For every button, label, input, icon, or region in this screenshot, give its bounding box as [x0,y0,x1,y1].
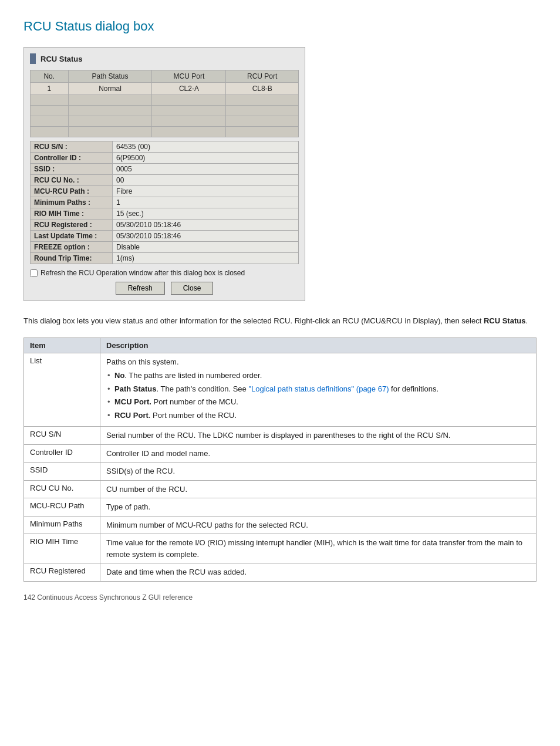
info-value: 05/30/2010 05:18:46 [113,231,299,242]
refresh-checkbox-label: Refresh the RCU Operation window after t… [41,269,245,277]
dialog-buttons: Refresh Close [30,282,299,295]
ref-header-item: Item [24,337,100,353]
ref-desc: CU number of the RCU. [100,480,537,498]
ref-item: RIO MIH Time [24,534,100,563]
ref-desc-intro: Paths on this system. [106,357,179,366]
ref-table-row: Minimum PathsMinimum number of MCU-RCU p… [24,516,537,534]
info-table: RCU S/N :64535 (00)Controller ID :6(P950… [30,141,299,264]
info-row: Last Update Time :05/30/2010 05:18:46 [31,231,299,242]
info-value: 0005 [113,164,299,175]
desc-bold: RCU Status [484,316,526,325]
ref-desc: Minimum number of MCU-RCU paths for the … [100,516,537,534]
ref-desc-text: Controller ID and model name. [106,449,210,458]
ref-desc-text: Date and time when the RCU was added. [106,568,247,576]
cell-no: 1 [31,83,69,95]
info-label: SSID : [31,164,113,175]
info-value: 64535 (00) [113,141,299,153]
ref-table-row: RIO MIH TimeTime value for the remote I/… [24,534,537,563]
page-footer: 142 Continuous Access Synchronous Z GUI … [23,593,537,602]
col-header-no: No. [31,70,69,83]
title-indicator [30,53,36,64]
refresh-button[interactable]: Refresh [116,282,165,295]
table-row-empty [31,95,299,106]
ref-table-row: RCU S/NSerial number of the RCU. The LDK… [24,427,537,445]
info-label: Minimum Paths : [31,197,113,208]
list-item: RCU Port. Port number of the RCU. [106,410,530,421]
info-value: 00 [113,175,299,186]
info-label: Last Update Time : [31,231,113,242]
info-row: MCU-RCU Path :Fibre [31,186,299,197]
ref-desc-text: Minimum number of MCU-RCU paths for the … [106,521,308,529]
ref-item: Minimum Paths [24,516,100,534]
table-row-empty [31,116,299,127]
ref-table-row: Controller IDController ID and model nam… [24,444,537,463]
ref-desc-text: CU number of the RCU. [106,485,187,494]
ref-header-desc: Description [100,337,537,353]
info-label: RCU Registered : [31,220,113,231]
refresh-checkbox-row: Refresh the RCU Operation window after t… [30,269,299,277]
reference-table: Item Description ListPaths on this syste… [23,337,537,582]
info-row: SSID :0005 [31,164,299,175]
info-label: Controller ID : [31,153,113,164]
list-item: MCU Port. Port number of the MCU. [106,396,530,408]
info-label: RIO MIH Time : [31,208,113,220]
info-label: MCU-RCU Path : [31,186,113,197]
ref-desc: SSID(s) of the RCU. [100,463,537,481]
ref-desc-text: Time value for the remote I/O (RIO) miss… [106,538,522,559]
desc-text1: This dialog box lets you view status and… [23,316,484,325]
table-row: 1 Normal CL2-A CL8-B [31,83,299,95]
path-table: No. Path Status MCU Port RCU Port 1 Norm… [30,70,299,137]
close-button[interactable]: Close [171,282,214,295]
ref-desc-text: Serial number of the RCU. The LDKC numbe… [106,431,451,440]
ref-desc-text: SSID(s) of the RCU. [106,467,175,475]
info-value: 15 (sec.) [113,208,299,220]
info-value: 1(ms) [113,253,299,264]
info-row: Controller ID :6(P9500) [31,153,299,164]
ref-desc: Type of path. [100,498,537,517]
info-row: RCU S/N :64535 (00) [31,141,299,153]
info-row: Round Trip Time:1(ms) [31,253,299,264]
ref-table-row: ListPaths on this system.No. The paths a… [24,353,537,427]
description-text: This dialog box lets you view status and… [23,315,534,327]
rcu-status-dialog: RCU Status No. Path Status MCU Port RCU … [23,47,305,301]
info-value: Fibre [113,186,299,197]
ref-table-row: SSIDSSID(s) of the RCU. [24,463,537,481]
desc-text2: . [525,316,528,325]
col-header-path-status: Path Status [68,70,152,83]
col-header-rcu-port: RCU Port [226,70,299,83]
cell-mcu-port: CL2-A [152,83,226,95]
ref-desc: Time value for the remote I/O (RIO) miss… [100,534,537,563]
ref-item: MCU-RCU Path [24,498,100,517]
ref-desc: Date and time when the RCU was added. [100,563,537,582]
ref-desc-text: Type of path. [106,502,150,511]
list-item: Path Status. The path's condition. See "… [106,383,530,395]
ref-link[interactable]: "Logical path status definitions" (page … [248,384,389,393]
info-label: RCU CU No. : [31,175,113,186]
info-row: RCU Registered :05/30/2010 05:18:46 [31,220,299,231]
ref-bullets: No. The paths are listed in numbered ord… [106,370,530,421]
ref-item: SSID [24,463,100,481]
info-row: RCU CU No. :00 [31,175,299,186]
refresh-checkbox[interactable] [30,269,38,277]
col-header-mcu-port: MCU Port [152,70,226,83]
ref-desc: Serial number of the RCU. The LDKC numbe… [100,427,537,445]
ref-table-row: MCU-RCU PathType of path. [24,498,537,517]
ref-item: RCU CU No. [24,480,100,498]
info-row: FREEZE option :Disable [31,242,299,253]
info-label: FREEZE option : [31,242,113,253]
info-value: 6(P9500) [113,153,299,164]
ref-item: RCU S/N [24,427,100,445]
list-item: No. The paths are listed in numbered ord… [106,370,530,382]
info-label: RCU S/N : [31,141,113,153]
info-label: Round Trip Time: [31,253,113,264]
table-row-empty [31,106,299,116]
ref-desc: Paths on this system.No. The paths are l… [100,353,537,427]
ref-desc: Controller ID and model name. [100,444,537,463]
cell-rcu-port: CL8-B [226,83,299,95]
ref-item: Controller ID [24,444,100,463]
ref-item: List [24,353,100,427]
info-value: 1 [113,197,299,208]
table-row-empty [31,127,299,137]
page-title: RCU Status dialog box [23,19,537,34]
info-value: Disable [113,242,299,253]
